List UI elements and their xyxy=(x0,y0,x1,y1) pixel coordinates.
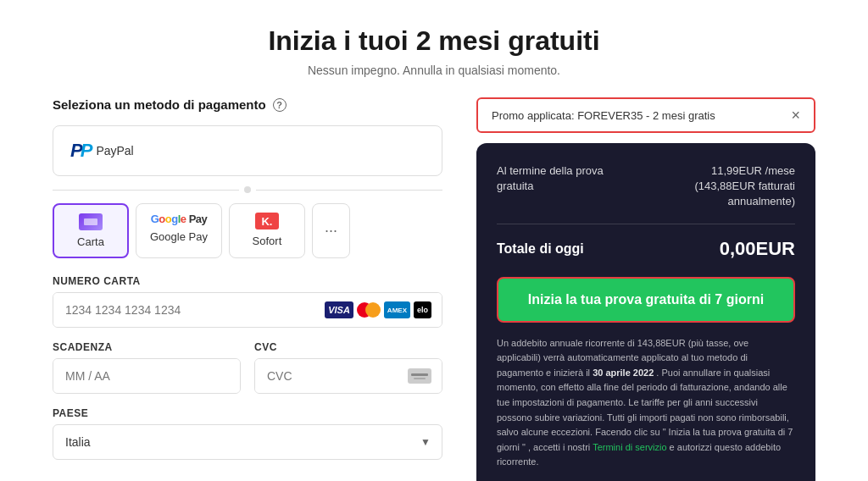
cvc-label: CVC xyxy=(254,341,442,353)
page-title: Inizia i tuoi 2 mesi gratuiti xyxy=(268,25,599,57)
scadenza-input[interactable] xyxy=(53,359,240,393)
card-number-field: NUMERO CARTA VISA AMEX elo xyxy=(53,275,442,328)
left-panel: Seleziona un metodo di pagamento ? P P P… xyxy=(53,97,442,473)
tab-googlepay-label: Google Pay xyxy=(150,230,208,243)
total-row: Totale di oggi 0,00EUR xyxy=(497,238,795,260)
scadenza-wrapper xyxy=(53,358,241,394)
divider-line-left xyxy=(53,190,239,191)
divider-line-right xyxy=(256,190,442,191)
cvc-wrapper xyxy=(254,358,442,394)
total-label: Totale di oggi xyxy=(497,241,584,257)
elo-icon: elo xyxy=(414,301,431,318)
total-amount: 0,00EUR xyxy=(720,238,795,260)
paese-select-wrapper: Italia Francia Germania Spagna ▼ xyxy=(53,424,442,460)
carta-icon xyxy=(79,213,103,230)
divider xyxy=(53,186,442,193)
payment-tabs: Carta Google Pay Google Pay K. Sofort ··… xyxy=(53,203,442,258)
cvc-card-icon xyxy=(408,368,431,384)
tab-sofort-label: Sofort xyxy=(253,235,282,247)
cvc-field: CVC xyxy=(254,341,442,394)
card-icons: VISA AMEX elo xyxy=(325,301,431,318)
card-number-wrapper: VISA AMEX elo xyxy=(53,292,442,328)
paese-label: PAESE xyxy=(53,407,442,419)
visa-icon: VISA xyxy=(325,301,353,318)
trial-price-block: 11,99EUR /mese (143,88EUR fatturati annu… xyxy=(634,163,795,210)
cta-button[interactable]: Inizia la tua prova gratuita di 7 giorni xyxy=(497,277,795,323)
paese-field: PAESE Italia Francia Germania Spagna ▼ xyxy=(53,407,442,460)
trial-label: Al termine della prova gratuita xyxy=(497,163,634,194)
trial-billing: (143,88EUR fatturati annualmente) xyxy=(634,179,795,209)
tab-more[interactable]: ··· xyxy=(312,203,350,258)
paypal-option[interactable]: P P PayPal xyxy=(53,125,442,176)
more-dots: ··· xyxy=(325,222,337,240)
scadenza-field: SCADENZA xyxy=(53,341,241,394)
page-container: Inizia i tuoi 2 mesi gratuiti Nessun imp… xyxy=(0,0,868,481)
promo-text: Promo applicata: FOREVER35 - 2 mesi grat… xyxy=(492,109,715,122)
amex-icon: AMEX xyxy=(384,301,410,318)
tab-carta-label: Carta xyxy=(77,235,104,248)
paypal-logo: P P PayPal xyxy=(70,140,134,162)
main-content: Seleziona un metodo di pagamento ? P P P… xyxy=(17,97,851,481)
page-header: Inizia i tuoi 2 mesi gratuiti Nessun imp… xyxy=(268,25,599,77)
section-title: Seleziona un metodo di pagamento ? xyxy=(53,97,442,112)
trial-price: 11,99EUR /mese xyxy=(634,163,795,179)
expiry-cvc-row: SCADENZA CVC xyxy=(53,341,442,407)
tab-carta[interactable]: Carta xyxy=(53,203,129,258)
paypal-label: PayPal xyxy=(96,144,133,158)
tab-googlepay[interactable]: Google Pay Google Pay xyxy=(136,203,222,258)
summary-card: Al termine della prova gratuita 11,99EUR… xyxy=(476,143,815,481)
paypal-logo-p-light: P xyxy=(81,140,93,162)
promo-close-button[interactable]: × xyxy=(791,108,800,123)
tab-sofort[interactable]: K. Sofort xyxy=(229,203,305,258)
right-panel: Promo applicata: FOREVER35 - 2 mesi grat… xyxy=(476,97,815,481)
mastercard-icon xyxy=(357,302,381,318)
section-title-text: Seleziona un metodo di pagamento xyxy=(53,97,266,112)
fine-print-date: 30 aprile 2022 xyxy=(593,368,654,378)
page-subtitle: Nessun impegno. Annulla in qualsiasi mom… xyxy=(268,64,599,77)
divider-dot xyxy=(244,186,251,193)
trial-price-row: Al termine della prova gratuita 11,99EUR… xyxy=(497,163,795,224)
tos-link[interactable]: Termini di servizio xyxy=(593,442,666,452)
help-icon[interactable]: ? xyxy=(273,98,287,112)
fine-print-text-2: . Puoi annullare in qualsiasi momento, c… xyxy=(497,368,793,452)
gpay-icon: Google Pay xyxy=(151,213,208,225)
promo-banner: Promo applicata: FOREVER35 - 2 mesi grat… xyxy=(476,97,815,133)
scadenza-label: SCADENZA xyxy=(53,341,241,353)
paese-select[interactable]: Italia Francia Germania Spagna xyxy=(53,424,442,460)
sofort-icon: K. xyxy=(255,213,279,229)
card-number-label: NUMERO CARTA xyxy=(53,275,442,287)
fine-print: Un addebito annuale ricorrente di 143,88… xyxy=(497,336,795,470)
